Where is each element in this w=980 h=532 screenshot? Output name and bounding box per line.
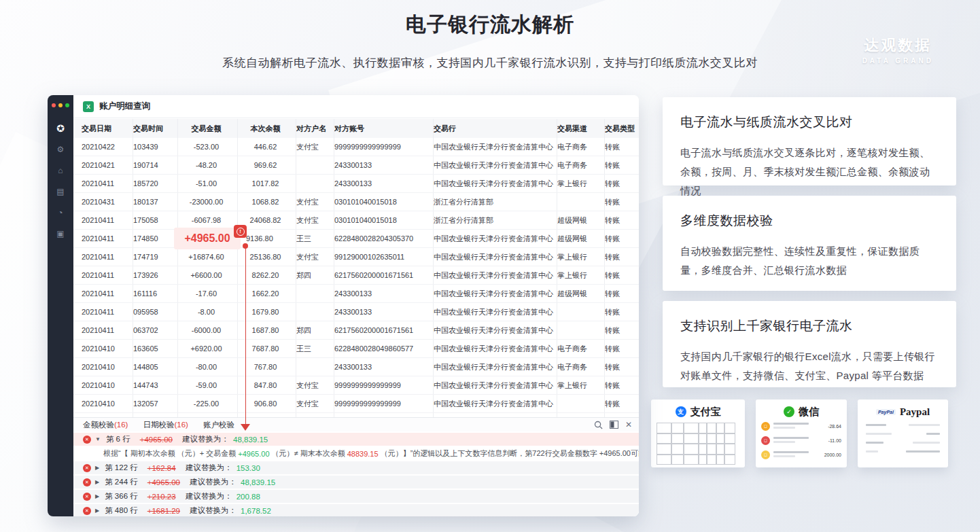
briefcase-icon[interactable]: ⌂	[58, 166, 63, 175]
card-title: 支持识别上千家银行电子流水	[680, 317, 939, 335]
wheel-icon[interactable]: ✪	[56, 124, 65, 133]
alipay-table-cell	[724, 444, 735, 455]
table-cell: -23000.00	[178, 193, 238, 211]
table-cell: 99129000102635011	[334, 248, 434, 266]
table-cell: -225.00	[178, 395, 238, 412]
table-cell: 243300133	[334, 358, 434, 376]
table-cell: 9999999999999999	[334, 138, 434, 156]
table-cell: 1679.80	[238, 303, 296, 321]
issue-suggested-value: 153.30	[237, 464, 260, 472]
table-row[interactable]: 20210411185720-51.001017.82243300133中国农业…	[73, 175, 639, 193]
table-row[interactable]: 20210410163605+6920.007687.80王三622848002…	[73, 340, 639, 358]
chevron-right-icon[interactable]: ▶	[95, 508, 99, 514]
table-row[interactable]: 20210422103439-523.00446.62支付宝9999999999…	[73, 138, 639, 156]
layout-panel-icon[interactable]	[610, 421, 618, 429]
flagged-amount-cell[interactable]: +4965.00!	[178, 230, 238, 247]
table-row[interactable]: 20210411095958-8.001679.80243300133中国农业银…	[73, 303, 639, 321]
alipay-table-cell	[671, 444, 684, 455]
card-body: 电子流水与纸质流水交叉逐条比对，逐笔核对发生额、余额，按周、月、季末核对发生额汇…	[680, 143, 939, 200]
table-cell: 转账	[605, 266, 639, 284]
paypal-sample-receipt	[863, 424, 943, 455]
alipay-table-cell	[724, 455, 735, 465]
table-cell: 243300133	[334, 175, 434, 192]
chevron-down-icon[interactable]: ▼	[95, 436, 101, 442]
feature-card-cross-check: 电子流水与纸质流水交叉比对 电子流水与纸质流水交叉逐条比对，逐笔核对发生额、余额…	[663, 97, 956, 185]
table-body: 20210422103439-523.00446.62支付宝9999999999…	[73, 138, 639, 417]
flagged-amount-value: +4965.00	[184, 228, 230, 249]
table-cell: 转账	[605, 340, 639, 357]
column-header: 对方户名	[296, 119, 334, 138]
table-cell: 中国农业银行天津分行资金清算中心	[434, 285, 557, 302]
detail-segment: （元）】”的逻辑以及上下文数字信息判断，第722行交易金额数字 +4965.00…	[379, 448, 639, 459]
issue-row-label: 第 366 行	[105, 491, 138, 501]
table-row[interactable]: 20210411161116-17.601662.20243300133中国农业…	[73, 285, 639, 303]
table-cell: 8262.20	[238, 266, 296, 284]
table-row[interactable]: 20210410144743-59.00847.80支付宝99999999999…	[73, 376, 639, 395]
validation-issue-row[interactable]: ✕▶第 480 行+1681.29建议替换为：1,678.52	[73, 504, 639, 516]
validation-issue-row[interactable]: ✕▼第 6 行+4965.00建议替换为：48,839.15	[73, 433, 639, 446]
close-panel-icon[interactable]: ✕	[625, 421, 632, 429]
camera-icon[interactable]: ▣	[56, 229, 64, 238]
image-icon[interactable]: ▤	[56, 187, 64, 196]
table-cell: 20210411	[82, 211, 133, 229]
tab-account-check[interactable]: 账户校验	[203, 420, 234, 430]
table-cell: 6217560200001671561	[334, 266, 434, 284]
table-cell: 1662.20	[238, 285, 296, 302]
column-header: 交易日期	[82, 119, 133, 138]
table-row[interactable]: 20210421190714-48.20969.62243300133中国农业银…	[73, 156, 639, 175]
validation-issue-row[interactable]: ✕▶第 122 行+162.84建议替换为：153.30	[73, 461, 639, 474]
alipay-table-cell	[699, 444, 707, 455]
table-cell: 支付宝	[296, 193, 334, 211]
table-cell: 超级网银	[557, 211, 605, 229]
table-header-row: 交易日期交易时间交易金额本次余额对方户名对方账号交易行交易渠道交易类型	[73, 119, 639, 138]
close-window-button[interactable]	[52, 103, 56, 107]
issue-old-value: +4965.00	[140, 436, 173, 444]
gear-icon[interactable]: ⚙	[57, 145, 65, 154]
table-cell: 6228480028049860577	[334, 340, 434, 357]
excel-file-icon: X	[83, 101, 94, 112]
table-row[interactable]: 20210410132057-225.00906.80支付宝9999999999…	[73, 395, 639, 413]
table-cell: 6217560200001671561	[334, 321, 434, 339]
warning-badge-icon[interactable]: !	[234, 225, 247, 238]
chevron-right-icon[interactable]: ▶	[95, 479, 99, 485]
table-row[interactable]: 20210411173926+6600.008262.20郑四621756020…	[73, 266, 639, 285]
minimize-window-button[interactable]	[58, 103, 63, 107]
validation-issue-row[interactable]: ✕▶第 366 行+210.23建议替换为：200.88	[73, 490, 639, 503]
window-controls	[52, 103, 69, 107]
chevron-right-icon[interactable]: ▶	[95, 465, 99, 471]
table-row[interactable]: 20210410144805-80.00767.80243300133中国农业银…	[73, 358, 639, 376]
table-cell: 超级网银	[557, 230, 605, 247]
table-row[interactable]: 20210411174850+4965.00!9136.80王三62284800…	[73, 230, 639, 248]
table-row[interactable]: 20210411063702-6000.001687.80郑四621756020…	[73, 321, 639, 340]
table-cell	[557, 303, 605, 321]
table-cell: 1068.82	[238, 193, 296, 211]
column-header: 本次余额	[238, 119, 296, 138]
table-row[interactable]: 20210411174719+16874.6025136.80支付宝991290…	[73, 248, 639, 266]
maximize-window-button[interactable]	[65, 103, 69, 107]
table-cell: 1017.82	[238, 175, 296, 192]
table-cell: 243300133	[334, 156, 434, 174]
issue-old-value: +162.84	[147, 464, 176, 472]
tab-date-check[interactable]: 日期校验(16)	[143, 420, 188, 430]
table-cell: 电子商务	[557, 138, 605, 156]
text-placeholder	[773, 423, 809, 425]
table-cell: 转账	[605, 193, 639, 211]
table-cell: 转账	[605, 156, 639, 174]
issue-old-value: +4965.00	[147, 478, 180, 486]
validation-issue-row[interactable]: ✕▶第 244 行+4965.00建议替换为：48,839.15	[73, 476, 639, 489]
issue-row-label: 第 122 行	[105, 463, 138, 473]
table-cell: 转账	[605, 395, 639, 412]
table-cell: 中国农业银行天津分行资金清算中心	[434, 395, 557, 412]
search-icon[interactable]	[594, 421, 603, 429]
tab-amount-check[interactable]: 金额校验(16)	[83, 420, 128, 430]
table-cell: 浙江省分行清算部	[434, 211, 557, 229]
alipay-table-cell	[657, 444, 671, 455]
table-row[interactable]: 20210411175058-6067.9824068.82支付宝0301010…	[73, 211, 639, 230]
text-placeholder	[773, 437, 809, 439]
issue-old-value: +1681.29	[147, 507, 180, 515]
clock-icon[interactable]: ◔	[58, 208, 63, 217]
table-row[interactable]: 20210431180137-23000.001068.82支付宝0301010…	[73, 193, 639, 211]
chevron-right-icon[interactable]: ▶	[95, 493, 99, 499]
table-cell: 转账	[605, 376, 639, 394]
hero-section: 电子银行流水解析 系统自动解析电子流水、执行数据审核，支持国内几千家银行流水识别…	[0, 11, 980, 71]
